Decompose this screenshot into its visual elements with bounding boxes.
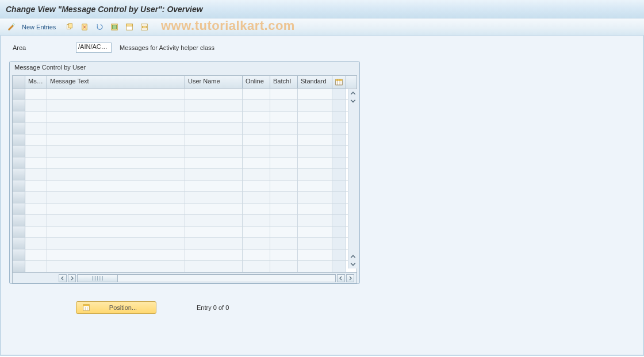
col-standard[interactable]: Standard	[298, 76, 332, 88]
message-control-panel: Message Control by User Msg... Message T…	[9, 61, 360, 284]
area-input[interactable]: /AIN/AC…	[76, 43, 112, 53]
table-row[interactable]	[13, 192, 356, 204]
scroll-down-button[interactable]	[350, 97, 356, 104]
toolbar: New Entries	[0, 18, 644, 36]
undo-button[interactable]	[94, 21, 105, 33]
chevron-down-icon	[350, 261, 356, 267]
deselect-all-button[interactable]	[139, 21, 150, 33]
svg-rect-2	[69, 23, 72, 28]
page-title: Change View "Message Control by User": O…	[6, 5, 203, 14]
svg-rect-13	[83, 305, 90, 306]
delete-icon	[80, 23, 89, 31]
area-description: Messages for Activity helper class	[120, 44, 214, 51]
table-row[interactable]	[13, 227, 356, 238]
scroll-up-end-button[interactable]	[350, 254, 356, 260]
select-all-button[interactable]	[109, 21, 120, 33]
table-row[interactable]	[13, 89, 356, 100]
chevron-left-icon	[60, 276, 65, 281]
svg-rect-9	[143, 26, 147, 28]
change-display-toggle-button[interactable]	[6, 21, 17, 33]
table-row[interactable]	[13, 204, 356, 215]
col-msg[interactable]: Msg...	[25, 76, 47, 88]
position-icon	[82, 304, 90, 312]
chevron-up-icon	[350, 91, 356, 97]
undo-icon	[95, 23, 103, 31]
delete-button[interactable]	[79, 21, 90, 33]
entry-counter: Entry 0 of 0	[197, 304, 229, 311]
filter-row: Area /AIN/AC… Messages for Activity help…	[1, 36, 643, 59]
chevron-right-icon	[348, 276, 352, 281]
svg-rect-5	[113, 25, 117, 29]
chevron-left-icon	[339, 276, 343, 281]
scroll-up-button[interactable]	[350, 90, 356, 97]
table-row[interactable]	[13, 215, 356, 227]
footer-row: Position... Entry 0 of 0	[1, 284, 643, 320]
chevron-up-icon	[350, 254, 356, 260]
new-entries-button[interactable]: New Entries	[21, 24, 57, 30]
data-grid: Msg... Message Text User Name Online Bat…	[12, 75, 357, 283]
table-row[interactable]	[13, 181, 356, 192]
scroll-left-button[interactable]	[59, 274, 67, 282]
col-user-name[interactable]: User Name	[185, 76, 243, 88]
col-select-all[interactable]	[13, 76, 25, 88]
grid-body	[13, 89, 356, 272]
scroll-up-group	[350, 90, 356, 104]
grid-header: Msg... Message Text User Name Online Bat…	[13, 76, 356, 89]
scroll-track[interactable]	[77, 274, 336, 282]
scroll-thumb[interactable]	[78, 275, 118, 282]
table-row[interactable]	[13, 112, 356, 123]
table-row[interactable]	[13, 123, 356, 135]
scroll-down-group	[350, 254, 356, 267]
select-block-button[interactable]	[124, 21, 135, 33]
table-row[interactable]	[13, 135, 356, 146]
table-config-icon	[335, 78, 343, 86]
area-label: Area	[13, 44, 70, 51]
col-message-text[interactable]: Message Text	[47, 76, 185, 88]
titlebar: Change View "Message Control by User": O…	[0, 0, 644, 18]
scroll-left-end-button[interactable]	[337, 274, 345, 282]
table-row[interactable]	[13, 146, 356, 158]
table-row[interactable]	[13, 169, 356, 181]
select-all-icon	[110, 23, 118, 31]
copy-icon	[66, 23, 74, 31]
table-row[interactable]	[13, 100, 356, 112]
col-online[interactable]: Online	[243, 76, 270, 88]
pencil-glasses-icon	[7, 23, 16, 31]
col-batchi[interactable]: BatchI	[270, 76, 298, 88]
svg-rect-7	[126, 24, 133, 26]
scroll-right-end-button[interactable]	[346, 274, 354, 282]
position-button[interactable]: Position...	[76, 301, 156, 314]
svg-rect-11	[336, 79, 342, 80]
vertical-scrollbar[interactable]	[348, 89, 357, 268]
position-label: Position...	[96, 304, 150, 311]
select-block-icon	[125, 23, 133, 31]
chevron-down-icon	[350, 98, 356, 103]
configure-columns-button[interactable]	[332, 76, 346, 88]
horizontal-scrollbar[interactable]	[13, 272, 356, 283]
grid-wrapper: Msg... Message Text User Name Online Bat…	[10, 73, 359, 283]
deselect-icon	[140, 23, 148, 31]
content-frame: Area /AIN/AC… Messages for Activity help…	[0, 36, 644, 356]
table-row[interactable]	[13, 158, 356, 169]
table-row[interactable]	[13, 261, 356, 272]
table-row[interactable]	[13, 238, 356, 249]
svg-point-0	[13, 24, 14, 25]
copy-as-button[interactable]	[64, 21, 75, 33]
table-row[interactable]	[13, 249, 356, 261]
panel-title: Message Control by User	[10, 62, 359, 73]
chevron-right-icon	[70, 276, 74, 281]
scroll-down-end-button[interactable]	[350, 260, 356, 267]
scroll-right-button[interactable]	[68, 274, 76, 282]
